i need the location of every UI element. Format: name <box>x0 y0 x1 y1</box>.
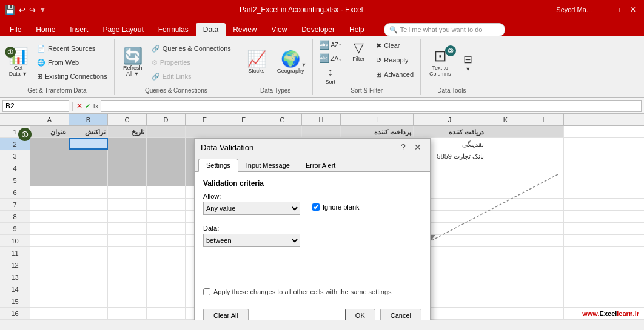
col-header-g[interactable]: G <box>263 114 302 125</box>
dialog-tab-error-alert[interactable]: Error Alert <box>298 159 344 171</box>
cell-l3[interactable] <box>525 150 564 162</box>
cell-d4[interactable] <box>147 162 186 174</box>
queries-connections-button[interactable]: 🔗 Queries & Connections <box>149 42 234 55</box>
sort-button[interactable]: ↕ Sort <box>320 65 341 86</box>
data-tools-more-button[interactable]: ⊟ ▼ <box>457 51 479 73</box>
badge-one-overlay: ① <box>18 128 32 141</box>
cell-a3[interactable] <box>30 150 69 162</box>
tell-me-search[interactable]: 🔍 Tell me what you want to do <box>384 23 505 36</box>
cell-e1[interactable] <box>186 126 224 137</box>
tab-insert[interactable]: Insert <box>62 23 95 36</box>
tab-formulas[interactable]: Formulas <box>151 23 196 36</box>
clear-all-button[interactable]: Clear All <box>203 309 249 320</box>
cell-l4[interactable] <box>525 162 564 174</box>
col-header-e[interactable]: E <box>186 114 224 125</box>
corner-cell <box>0 114 30 125</box>
refresh-all-button[interactable]: 🔄 RefreshAll ▼ <box>118 45 147 79</box>
cell-a1[interactable]: عنوان <box>30 126 69 137</box>
insert-function-icon[interactable]: fx <box>93 102 99 110</box>
cell-f1[interactable] <box>224 126 263 137</box>
col-header-d[interactable]: D <box>147 114 186 125</box>
stocks-button[interactable]: 📈 Stocks <box>242 48 271 76</box>
apply-all-checkbox[interactable] <box>203 288 210 295</box>
tab-data[interactable]: Data <box>196 23 226 36</box>
from-table-button[interactable]: ⊞ Existing Connections <box>34 70 110 83</box>
sort-ascending-button[interactable]: 🔤 AZ↑ <box>317 39 344 51</box>
col-header-i[interactable]: I <box>341 114 414 125</box>
ignore-blank-checkbox[interactable]: Ignore blank <box>312 203 360 211</box>
cell-l2[interactable] <box>525 138 564 150</box>
allow-select[interactable]: Any value Whole number Decimal List Date… <box>203 202 300 215</box>
advanced-button[interactable]: ⊞ Advanced <box>373 68 417 81</box>
cell-a2[interactable] <box>30 138 69 150</box>
dialog-tabs: Settings Input Message Error Alert <box>195 156 430 172</box>
cancel-formula-icon[interactable]: ✕ <box>76 102 82 110</box>
sort-descending-button[interactable]: 🔤 ZA↓ <box>317 52 344 64</box>
queries-label: Queries & Connections <box>145 86 207 95</box>
tab-view[interactable]: View <box>264 23 295 36</box>
minimize-btn[interactable]: ─ <box>595 4 608 16</box>
col-header-j[interactable]: J <box>414 114 486 125</box>
cell-b2[interactable] <box>69 138 108 150</box>
name-box[interactable] <box>2 100 69 112</box>
cell-d2[interactable] <box>147 138 186 150</box>
tab-review[interactable]: Review <box>226 23 264 36</box>
tab-page-layout[interactable]: Page Layout <box>95 23 150 36</box>
col-header-a[interactable]: A <box>30 114 69 125</box>
col-header-h[interactable]: H <box>302 114 341 125</box>
from-text-csv-icon: 📄 <box>37 45 45 53</box>
col-header-f[interactable]: F <box>224 114 263 125</box>
dialog-tab-input-message[interactable]: Input Message <box>238 159 298 171</box>
cell-b4[interactable] <box>69 162 108 174</box>
ok-button[interactable]: OK <box>345 309 375 320</box>
cell-d1[interactable] <box>147 126 186 137</box>
reapply-button[interactable]: ↺ Reapply <box>373 53 417 67</box>
data-select[interactable]: between not between equal to not equal t… <box>203 234 300 247</box>
cell-k1[interactable] <box>486 126 525 137</box>
cell-h1[interactable] <box>302 126 341 137</box>
from-web-button[interactable]: 🌐 From Web <box>34 56 110 69</box>
tab-file[interactable]: File <box>2 23 29 36</box>
tab-home[interactable]: Home <box>29 23 62 36</box>
cell-k2[interactable] <box>486 138 525 150</box>
close-btn[interactable]: ✕ <box>627 4 639 16</box>
undo-icon[interactable]: ↩ <box>19 5 25 15</box>
cell-j1[interactable]: دریافت کننده <box>414 126 486 137</box>
col-header-k[interactable]: K <box>486 114 525 125</box>
advanced-icon: ⊞ <box>376 71 381 79</box>
cell-c2[interactable] <box>108 138 147 150</box>
watermark: www.Excellearn.ir <box>582 310 639 317</box>
cell-c3[interactable] <box>108 150 147 162</box>
col-header-b[interactable]: B <box>69 114 108 125</box>
properties-button[interactable]: ⚙ Properties <box>149 56 234 69</box>
dialog-close-btn[interactable]: ✕ <box>412 142 424 152</box>
confirm-formula-icon[interactable]: ✓ <box>85 102 91 110</box>
cell-i1[interactable]: پرداخت کننده <box>341 126 414 137</box>
redo-icon[interactable]: ↪ <box>29 5 36 15</box>
dialog-help-btn[interactable]: ? <box>397 142 409 152</box>
cell-g1[interactable] <box>263 126 302 137</box>
cancel-button[interactable]: Cancel <box>380 309 421 320</box>
tab-developer[interactable]: Developer <box>294 23 342 36</box>
col-header-l[interactable]: L <box>525 114 564 125</box>
cell-k3[interactable] <box>486 150 525 162</box>
col-header-c[interactable]: C <box>108 114 147 125</box>
edit-links-button[interactable]: 🔗 Edit Links <box>149 70 234 83</box>
clear-button[interactable]: ✖ Clear <box>373 39 417 52</box>
filter-button[interactable]: ▽ Filter <box>345 39 372 64</box>
cell-l1[interactable] <box>525 126 564 137</box>
from-text-csv-button[interactable]: 📄 Recent Sources <box>34 42 110 55</box>
tab-help[interactable]: Help <box>342 23 372 36</box>
cell-c1[interactable]: تاریخ <box>108 126 147 137</box>
geography-button[interactable]: 🌍 Geography ▼ <box>272 48 309 76</box>
cell-b3[interactable] <box>69 150 108 162</box>
maximize-btn[interactable]: □ <box>611 4 623 16</box>
cell-c4[interactable] <box>108 162 147 174</box>
dialog-tab-settings[interactable]: Settings <box>198 159 238 172</box>
cell-b1[interactable]: تراکنش <box>69 126 108 137</box>
formula-input[interactable] <box>101 100 642 112</box>
cell-k4[interactable] <box>486 162 525 174</box>
cell-d3[interactable] <box>147 150 186 162</box>
cell-a4[interactable] <box>30 162 69 174</box>
save-icon[interactable]: 💾 <box>5 5 15 15</box>
